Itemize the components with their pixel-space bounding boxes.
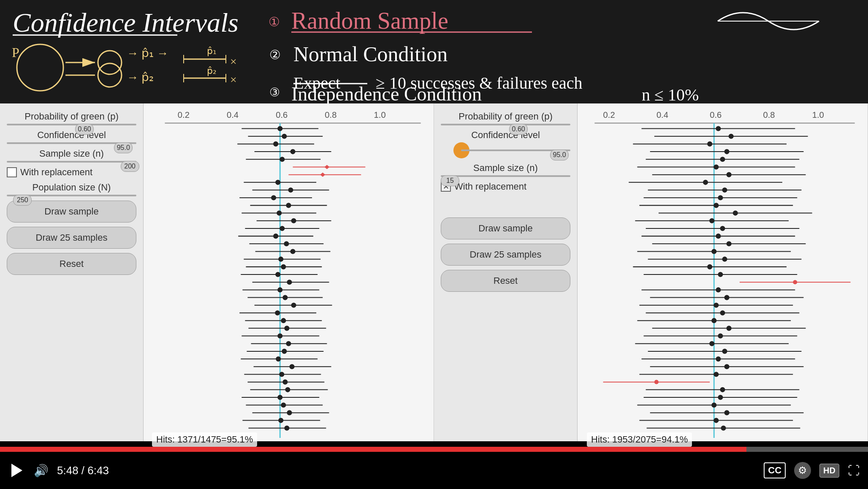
svg-point-212 <box>721 426 725 430</box>
right-sample-slider-container: 15 <box>441 175 570 177</box>
left-hits-display: Hits: 1371/1475=95.1% <box>152 432 257 447</box>
left-sample-slider-container: 200 <box>7 161 136 163</box>
cc-button[interactable]: CC <box>764 462 786 478</box>
svg-point-146 <box>727 173 731 177</box>
svg-point-96 <box>281 318 285 323</box>
svg-point-124 <box>285 426 289 430</box>
svg-text:p̂₂: p̂₂ <box>207 65 217 76</box>
svg-point-136 <box>729 134 733 139</box>
svg-point-116 <box>278 395 282 399</box>
right-sample-label: Sample size (n) <box>473 163 538 174</box>
fullscreen-button[interactable]: ⛶ <box>848 464 860 478</box>
svg-text:0.2: 0.2 <box>178 110 190 120</box>
svg-point-54 <box>280 157 284 161</box>
left-sample-thumb[interactable]: 200 <box>121 161 139 172</box>
svg-text:Normal Condition: Normal Condition <box>293 42 448 66</box>
svg-point-110 <box>279 372 284 376</box>
svg-text:0.8: 0.8 <box>763 110 775 120</box>
total-time: 6:43 <box>87 464 109 477</box>
left-draw-25-button[interactable]: Draw 25 samples <box>7 227 136 249</box>
left-pop-track: 250 <box>7 195 136 196</box>
progress-bar[interactable] <box>0 447 868 452</box>
right-conf-track: 95.0 <box>461 149 570 151</box>
svg-point-190 <box>710 342 714 346</box>
right-prob-group: Probability of green (p) 0.60 <box>441 111 570 125</box>
left-prob-group: Probability of green (p) 0.60 <box>7 111 136 125</box>
volume-button[interactable]: 🔊 <box>34 464 49 478</box>
time-separator: / <box>81 464 87 477</box>
left-prob-slider-container: 0.60 <box>7 124 136 125</box>
left-pop-slider-container: 250 <box>7 195 136 196</box>
svg-point-148 <box>703 180 708 185</box>
svg-point-102 <box>286 342 290 346</box>
left-conf-label: Confidence level <box>37 130 106 141</box>
svg-point-156 <box>733 211 738 215</box>
left-replacement-checkbox[interactable] <box>7 167 17 177</box>
right-conf-thumb[interactable]: 95.0 <box>550 149 569 160</box>
left-conf-slider-container: 95.0 <box>7 142 136 144</box>
video-content: Confidence Intervals P → p̂₁ → p̂₁ × → p… <box>0 0 868 489</box>
svg-point-94 <box>275 311 279 315</box>
right-draw-sample-button[interactable]: Draw sample <box>441 217 570 239</box>
svg-point-122 <box>279 418 283 423</box>
svg-point-74 <box>274 234 278 238</box>
right-replacement-label: With replacement <box>454 181 526 192</box>
svg-text:Confidence  Intervals: Confidence Intervals <box>13 8 239 38</box>
svg-text:0.4: 0.4 <box>227 110 239 120</box>
right-sample-group: Sample size (n) 15 <box>441 163 570 177</box>
left-conf-track: 95.0 <box>7 142 136 144</box>
svg-text:③: ③ <box>269 86 280 99</box>
svg-point-142 <box>720 157 724 161</box>
svg-point-184 <box>712 318 716 323</box>
left-prob-thumb[interactable]: 0.60 <box>75 124 94 135</box>
svg-point-174 <box>793 280 797 284</box>
svg-point-172 <box>718 272 722 277</box>
svg-point-104 <box>282 349 286 353</box>
svg-point-168 <box>723 257 727 261</box>
svg-point-62 <box>289 188 293 192</box>
svg-point-200 <box>654 380 659 384</box>
right-prob-slider-container: 0.60 <box>441 124 570 125</box>
svg-point-70 <box>292 219 296 223</box>
svg-point-66 <box>286 203 290 207</box>
current-time: 5:48 <box>57 464 79 477</box>
right-simulator: Probability of green (p) 0.60 Confidence… <box>434 103 868 441</box>
svg-point-112 <box>283 380 287 384</box>
settings-button[interactable]: ⚙ <box>794 462 811 479</box>
video-controls: 🔊 5:48 / 6:43 CC ⚙ HD ⛶ <box>0 447 868 489</box>
svg-point-88 <box>278 288 282 292</box>
svg-point-108 <box>290 364 294 369</box>
left-reset-button[interactable]: Reset <box>7 253 136 275</box>
svg-point-92 <box>292 303 296 307</box>
play-button[interactable] <box>8 462 25 479</box>
right-prob-thumb[interactable]: 0.60 <box>509 124 528 135</box>
svg-point-162 <box>716 234 720 238</box>
svg-point-114 <box>285 388 290 392</box>
svg-point-118 <box>281 403 285 407</box>
svg-point-180 <box>714 303 718 307</box>
svg-point-178 <box>725 296 729 300</box>
time-display: 5:48 / 6:43 <box>57 464 109 477</box>
simulators-row: Probability of green (p) 0.60 Confidence… <box>0 103 868 441</box>
left-conf-group: Confidence level 95.0 <box>7 130 136 144</box>
right-sample-thumb[interactable]: 15 <box>441 175 459 186</box>
right-sim-controls: Probability of green (p) 0.60 Confidence… <box>434 103 578 441</box>
right-reset-button[interactable]: Reset <box>441 270 570 292</box>
right-draw-25-button[interactable]: Draw 25 samples <box>441 244 570 266</box>
left-chart: 0.2 0.4 0.6 0.8 1.0 <box>144 103 434 441</box>
left-pop-thumb[interactable]: 250 <box>13 195 32 206</box>
svg-text:×: × <box>230 73 237 86</box>
play-icon <box>11 464 22 477</box>
left-conf-thumb[interactable]: 95.0 <box>114 142 133 153</box>
svg-point-194 <box>716 357 720 361</box>
svg-point-192 <box>723 349 727 353</box>
right-prob-label: Probability of green (p) <box>458 111 553 122</box>
svg-text:×: × <box>230 55 237 68</box>
left-simulator: Probability of green (p) 0.60 Confidence… <box>0 103 434 441</box>
hd-badge: HD <box>819 464 839 478</box>
left-prob-label: Probability of green (p) <box>24 111 119 122</box>
svg-text:0.6: 0.6 <box>276 110 288 120</box>
svg-point-90 <box>283 296 287 300</box>
svg-point-86 <box>287 280 291 284</box>
svg-point-64 <box>271 196 276 200</box>
